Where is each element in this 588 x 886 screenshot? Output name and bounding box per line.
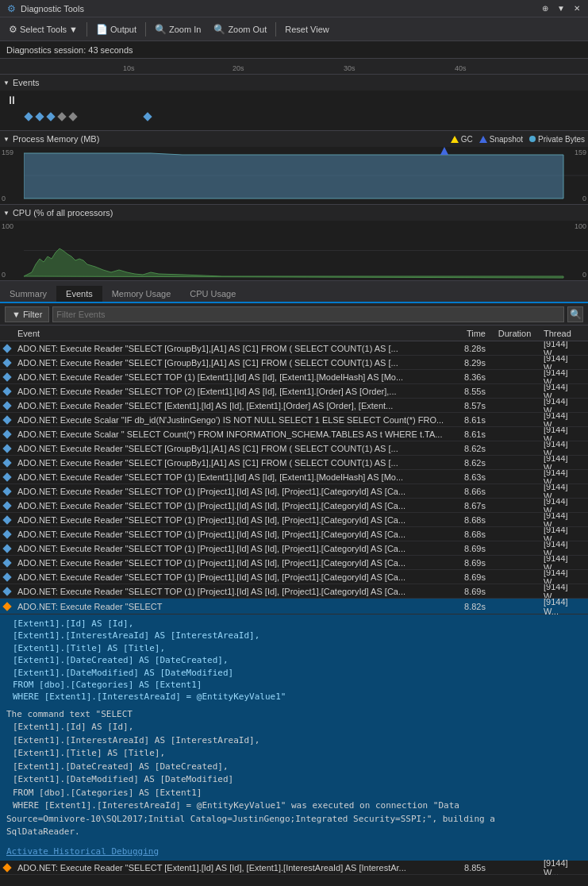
table-row[interactable]: ADO.NET: Execute Scalar "IF db_id(N'Just… xyxy=(0,413,588,427)
row-diamond xyxy=(2,430,11,438)
memory-fill xyxy=(24,153,563,198)
tab-cpu-usage[interactable]: CPU Usage xyxy=(180,286,245,303)
ruler-tick-30s: 30s xyxy=(344,64,355,72)
events-collapse-icon[interactable]: ▼ xyxy=(3,79,10,87)
events-section-header: ▼ Events xyxy=(0,75,588,91)
row-thread: [9144] W... xyxy=(540,499,588,513)
row-icon xyxy=(0,474,14,480)
table-row[interactable]: ADO.NET: Execute Reader "SELECT TOP (1) … xyxy=(0,499,588,513)
table-row[interactable]: ADO.NET: Execute Reader "SELECT TOP (1) … xyxy=(0,513,588,527)
tab-events[interactable]: Events xyxy=(56,286,102,303)
table-row[interactable]: ADO.NET: Execute Reader "SELECT TOP (1) … xyxy=(0,484,588,499)
cpu-section-title: CPU (% of all processors) xyxy=(13,208,113,218)
title-bar-title: Diagnostic Tools xyxy=(21,4,539,13)
table-row[interactable]: ADO.NET: Execute Scalar " SELECT Count(*… xyxy=(0,427,588,441)
event-diamond-1 xyxy=(24,112,33,121)
ruler-tick-40s: 40s xyxy=(455,64,467,72)
row-thread: [9144] W... xyxy=(540,470,588,484)
search-button[interactable]: 🔍 xyxy=(567,306,583,322)
cpu-chart-area: 100 0 100 0 xyxy=(0,221,588,280)
filter-button[interactable]: ▼ Filter xyxy=(5,306,49,322)
row-thread: [9144] W... xyxy=(540,484,588,499)
cpu-section-header: ▼ CPU (% of all processors) xyxy=(0,205,588,221)
row-event: ADO.NET: Execute Reader "SELECT TOP (1) … xyxy=(14,530,449,539)
memory-collapse-icon[interactable]: ▼ xyxy=(3,136,10,143)
row-icon xyxy=(0,403,14,409)
ruler-tick-20s: 20s xyxy=(233,64,244,72)
tab-memory-usage[interactable]: Memory Usage xyxy=(102,286,181,303)
tab-summary[interactable]: Summary xyxy=(0,286,56,303)
table-row[interactable]: ADO.NET: Execute Reader "SELECT TOP (1) … xyxy=(0,570,588,584)
event-diamond-4 xyxy=(57,112,66,121)
gc-icon xyxy=(451,136,459,143)
auto-hide-button[interactable]: ▼ xyxy=(555,2,567,15)
zoom-in-button[interactable]: 🔍 Zoom In xyxy=(149,21,206,38)
memory-legend: GC Snapshot Private Bytes xyxy=(451,135,585,144)
table-row[interactable]: ADO.NET: Execute Reader "SELECT [GroupBy… xyxy=(0,341,588,356)
close-button[interactable]: ✕ xyxy=(571,2,583,15)
pause-icon[interactable]: ⏸ xyxy=(6,94,17,106)
row-event: ADO.NET: Execute Reader "SELECT [Extent1… xyxy=(14,401,449,410)
bottom-table-row[interactable]: ADO.NET: Execute Reader "SELECT [Extent1… xyxy=(0,861,588,875)
table-row[interactable]: ADO.NET: Execute Reader "SELECT TOP (1) … xyxy=(0,527,588,541)
sql-line-4: [Extent1].[DateCreated] AS [DateCreated]… xyxy=(13,654,582,666)
table-row[interactable]: ADO.NET: Execute Reader "SELECT [GroupBy… xyxy=(0,441,588,456)
tabs-bar: Summary Events Memory Usage CPU Usage xyxy=(0,281,588,303)
sql-line-3: [Extent1].[Title] AS [Title], xyxy=(13,642,582,654)
row-event: ADO.NET: Execute Reader "SELECT TOP (1) … xyxy=(14,572,449,582)
event-markers xyxy=(25,114,151,120)
timeline-ruler: 10s 20s 30s 40s xyxy=(0,59,588,75)
events-toolbar: ⏸ xyxy=(6,94,17,106)
title-bar: ⚙ Diagnostic Tools ⊕ ▼ ✕ xyxy=(0,0,588,17)
filter-bar: ▼ Filter 🔍 xyxy=(0,303,588,326)
row-time: 8.68s xyxy=(449,515,489,525)
filter-input[interactable] xyxy=(52,306,564,322)
row-icon xyxy=(0,388,14,395)
row-time: 8.69s xyxy=(449,587,489,596)
detail-sql-lines: [Extent1].[Id] AS [Id], [Extent1].[Inter… xyxy=(6,618,582,703)
sql-line-2: [Extent1].[InterestAreaId] AS [InterestA… xyxy=(13,630,582,641)
event-diamond-6 xyxy=(143,112,152,121)
toolbar-separator-1 xyxy=(86,22,87,37)
memory-chart-area: 159 0 159 0 xyxy=(0,147,588,204)
table-row[interactable]: ADO.NET: Execute Reader "SELECT TOP (1) … xyxy=(0,541,588,556)
sql-line-7: WHERE [Extent1].[InterestAreaId] = @Enti… xyxy=(13,691,582,703)
memory-svg xyxy=(24,147,588,204)
toolbar-separator-2 xyxy=(145,22,146,37)
header-duration: Duration xyxy=(489,329,540,338)
bottom-row-event: ADO.NET: Execute Reader "SELECT [Extent1… xyxy=(14,863,449,873)
row-diamond xyxy=(2,501,11,510)
table-rows-container: ADO.NET: Execute Reader "SELECT [GroupBy… xyxy=(0,341,588,599)
table-row[interactable]: ADO.NET: Execute Reader "SELECT [GroupBy… xyxy=(0,356,588,370)
selected-row[interactable]: ADO.NET: Execute Reader "SELECT 8.82s [9… xyxy=(0,599,588,614)
selected-diamond xyxy=(2,602,11,611)
row-icon xyxy=(0,531,14,537)
row-diamond xyxy=(2,401,11,410)
table-row[interactable]: ADO.NET: Execute Reader "SELECT [Extent1… xyxy=(0,399,588,413)
row-icon xyxy=(0,503,14,509)
row-event: ADO.NET: Execute Reader "SELECT TOP (1) … xyxy=(14,558,449,568)
output-button[interactable]: 📄 Output xyxy=(90,21,142,38)
row-thread: [9144] W... xyxy=(540,456,588,470)
title-bar-icon: ⚙ xyxy=(5,2,17,15)
reset-view-button[interactable]: Reset View xyxy=(279,21,334,38)
selected-row-icon-col xyxy=(0,603,14,610)
pin-button[interactable]: ⊕ xyxy=(539,2,551,15)
ruler-tick-10s: 10s xyxy=(123,64,135,72)
table-row[interactable]: ADO.NET: Execute Reader "SELECT TOP (1) … xyxy=(0,584,588,599)
row-diamond xyxy=(2,358,11,367)
output-icon: 📄 xyxy=(96,24,108,35)
activate-historical-debugging-link[interactable]: Activate Historical Debugging xyxy=(6,846,159,857)
table-row[interactable]: ADO.NET: Execute Reader "SELECT [GroupBy… xyxy=(0,456,588,470)
table-row[interactable]: ADO.NET: Execute Reader "SELECT TOP (2) … xyxy=(0,384,588,399)
select-tools-button[interactable]: ⚙ Select Tools ▼ xyxy=(3,21,83,38)
zoom-out-button[interactable]: 🔍 Zoom Out xyxy=(208,21,272,38)
header-event: Event xyxy=(14,329,449,338)
cpu-collapse-icon[interactable]: ▼ xyxy=(3,210,10,217)
sql-line-6: FROM [dbo].[Categories] AS [Extent1] xyxy=(13,679,582,691)
table-row[interactable]: ADO.NET: Execute Reader "SELECT TOP (1) … xyxy=(0,370,588,384)
table-row[interactable]: ADO.NET: Execute Reader "SELECT TOP (1) … xyxy=(0,470,588,484)
row-diamond xyxy=(2,458,11,467)
row-time: 8.67s xyxy=(449,501,489,510)
table-row[interactable]: ADO.NET: Execute Reader "SELECT TOP (1) … xyxy=(0,556,588,570)
